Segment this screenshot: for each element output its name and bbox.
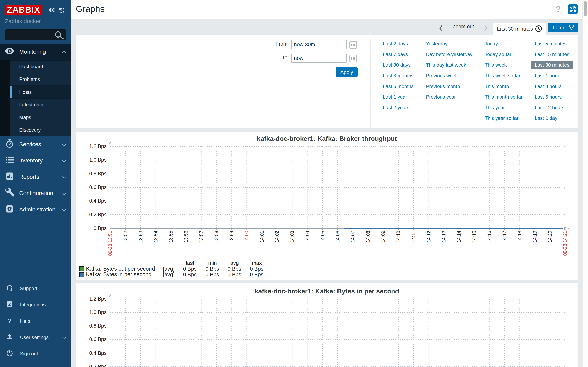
svg-text:09-23 14:21: 09-23 14:21 bbox=[562, 231, 568, 256]
svg-text:[avg]: [avg] bbox=[163, 266, 174, 272]
svg-text:min: min bbox=[208, 260, 217, 266]
svg-text:0.6 Bps: 0.6 Bps bbox=[89, 184, 107, 190]
svg-text:14:19: 14:19 bbox=[532, 231, 537, 243]
svg-text:14:06: 14:06 bbox=[335, 231, 340, 243]
svg-text:13:58: 13:58 bbox=[214, 231, 219, 243]
svg-text:13:54: 13:54 bbox=[153, 231, 158, 243]
svg-text:0.4 Bps: 0.4 Bps bbox=[89, 198, 107, 204]
svg-text:Kafka: Bytes out per second: Kafka: Bytes out per second bbox=[86, 266, 155, 272]
svg-text:0.8 Bps: 0.8 Bps bbox=[89, 171, 107, 176]
svg-text:0 Bps: 0 Bps bbox=[94, 225, 107, 231]
svg-text:14:18: 14:18 bbox=[517, 231, 522, 243]
svg-text:14:13: 14:13 bbox=[441, 231, 447, 243]
svg-text:14:17: 14:17 bbox=[502, 231, 507, 243]
svg-text:kafka-doc-broker1: Kafka: Brok: kafka-doc-broker1: Kafka: Broker through… bbox=[257, 135, 397, 142]
svg-text:14:11: 14:11 bbox=[411, 231, 416, 242]
svg-text:14:07: 14:07 bbox=[350, 231, 355, 243]
svg-text:0 Bps: 0 Bps bbox=[183, 266, 197, 272]
svg-text:1.2 Bps: 1.2 Bps bbox=[89, 143, 107, 149]
svg-text:Z: Z bbox=[8, 302, 11, 307]
svg-text:0 Bps: 0 Bps bbox=[250, 271, 264, 277]
svg-text:14:05: 14:05 bbox=[320, 231, 325, 243]
svg-text:0.4 Bps: 0.4 Bps bbox=[89, 350, 107, 356]
svg-text:13:53: 13:53 bbox=[138, 231, 143, 243]
svg-text:1.2 Bps: 1.2 Bps bbox=[89, 296, 107, 301]
svg-text:14:20: 14:20 bbox=[547, 231, 553, 243]
svg-text:avg: avg bbox=[230, 260, 239, 266]
svg-text:last: last bbox=[186, 260, 194, 266]
svg-text:1.0 Bps: 1.0 Bps bbox=[89, 309, 107, 315]
svg-text:13:52: 13:52 bbox=[123, 231, 128, 243]
svg-text:14:08: 14:08 bbox=[365, 231, 371, 243]
svg-text:14:16: 14:16 bbox=[487, 231, 492, 243]
svg-text:0 Bps: 0 Bps bbox=[183, 271, 197, 277]
svg-text:0 Bps: 0 Bps bbox=[228, 271, 241, 277]
svg-text:14:09: 14:09 bbox=[380, 231, 386, 243]
svg-text:0 Bps: 0 Bps bbox=[206, 271, 219, 277]
svg-text:0.2 Bps: 0.2 Bps bbox=[89, 364, 107, 367]
svg-text:14:15: 14:15 bbox=[472, 231, 477, 243]
svg-text:0.8 Bps: 0.8 Bps bbox=[89, 323, 107, 329]
svg-text:14:03: 14:03 bbox=[290, 231, 295, 243]
svg-text:13:56: 13:56 bbox=[183, 231, 189, 243]
svg-text:14:04: 14:04 bbox=[305, 231, 310, 243]
svg-text:14:00: 14:00 bbox=[244, 231, 249, 243]
svg-text:09-23 13:51: 09-23 13:51 bbox=[108, 231, 113, 256]
svg-text:0 Bps: 0 Bps bbox=[250, 266, 264, 272]
svg-text:[avg]: [avg] bbox=[163, 271, 174, 277]
svg-text:14:14: 14:14 bbox=[456, 231, 462, 243]
svg-text:0 Bps: 0 Bps bbox=[228, 266, 241, 272]
svg-text:max: max bbox=[252, 260, 262, 266]
svg-text:13:55: 13:55 bbox=[168, 231, 173, 243]
svg-text:13:59: 13:59 bbox=[229, 231, 234, 243]
svg-text:0.2 Bps: 0.2 Bps bbox=[89, 212, 107, 217]
svg-text:13:57: 13:57 bbox=[199, 231, 204, 243]
svg-text:Kafka: Bytes in per second: Kafka: Bytes in per second bbox=[86, 271, 151, 277]
svg-text:kafka-doc-broker1: Kafka: Byte: kafka-doc-broker1: Kafka: Bytes in per s… bbox=[255, 287, 399, 295]
svg-text:14:02: 14:02 bbox=[274, 231, 280, 243]
svg-text:14:01: 14:01 bbox=[259, 231, 265, 243]
svg-text:14:10: 14:10 bbox=[396, 231, 401, 243]
svg-text:14:12: 14:12 bbox=[426, 231, 432, 243]
svg-text:0.6 Bps: 0.6 Bps bbox=[89, 336, 107, 342]
svg-text:1.0 Bps: 1.0 Bps bbox=[89, 157, 107, 163]
svg-text:0 Bps: 0 Bps bbox=[206, 266, 219, 272]
